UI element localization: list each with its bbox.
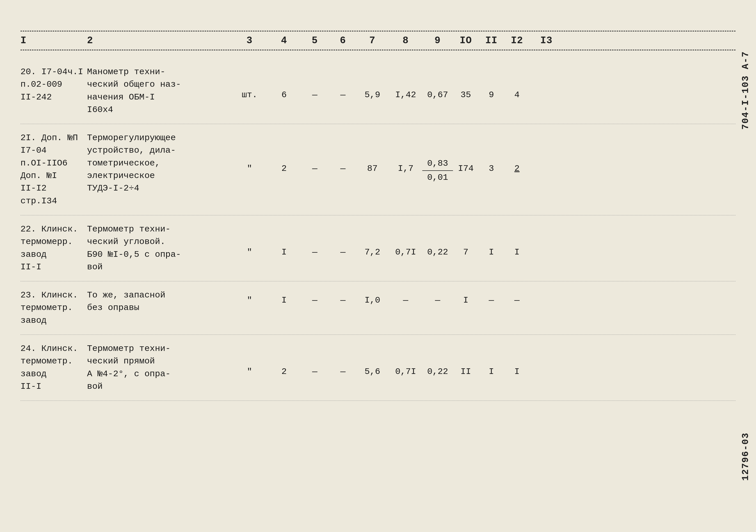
row20-col10: 35 [453, 66, 478, 101]
row23-col2: То же, запаснойбез оправы [87, 289, 230, 314]
row23-col4: I [269, 289, 299, 307]
row20-col2: Манометр техни-ческий общего наз-начения… [87, 66, 230, 116]
row21-col4: 2 [269, 132, 299, 175]
side-label-top: 704-I-103 А-7 [741, 51, 751, 130]
row24-col12: I [504, 342, 530, 378]
row21-col9: 0,83 0,01 [422, 132, 453, 184]
row21-col7: 87 [356, 132, 389, 175]
row22-col8: 0,7I [389, 223, 422, 259]
page: 704-I-103 А-7 12796-03 I 2 3 4 5 6 7 8 9… [0, 0, 756, 532]
row22-col9: 0,22 [422, 223, 453, 259]
row24-col3: " [230, 342, 269, 378]
row24-col5: — [299, 342, 330, 378]
header-col-4: 4 [269, 35, 299, 46]
row20-col12: 4 [504, 66, 530, 101]
row22-col10: 7 [453, 223, 478, 259]
header-col-13: I3 [530, 35, 563, 46]
row24-col2: Термометр техни-ческий прямойА №4-2°, с … [87, 342, 230, 393]
row23-col9: — [422, 289, 453, 307]
row23-col6: — [330, 289, 356, 307]
row22-col1: 22. Клинск.термомерр.заводII-I [20, 223, 87, 273]
row24-col7: 5,6 [356, 342, 389, 378]
header-col-6: 6 [330, 35, 356, 46]
row24-col10: II [453, 342, 478, 378]
row23-col1: 23. Клинск.термометр.завод [20, 289, 87, 327]
header-col-1: I [20, 35, 87, 46]
table-header: I 2 3 4 5 6 7 8 9 IO II I2 I3 [20, 31, 736, 50]
row24-col9: 0,22 [422, 342, 453, 378]
row21-col12: 2 [504, 132, 530, 175]
row23-col7: I,0 [356, 289, 389, 307]
row20-col9: 0,67 [422, 66, 453, 101]
fraction-line [422, 170, 453, 171]
row21-col6: — [330, 132, 356, 175]
row24-col11: I [478, 342, 504, 378]
row23-col12: — [504, 289, 530, 307]
row22-col5: — [299, 223, 330, 259]
row24-col6: — [330, 342, 356, 378]
row21-col1: 2I. Доп. №ПI7-04п.OI-IIO6Доп. №III-I2стр… [20, 132, 87, 207]
row21-col12-underline: 2 [514, 164, 520, 173]
row24-col1: 24. Клинск.термометр.заводII-I [20, 342, 87, 393]
row20-col7: 5,9 [356, 66, 389, 101]
row20-col3: шт. [230, 66, 269, 101]
row22-col7: 7,2 [356, 223, 389, 259]
header-col-11: II [478, 35, 504, 46]
row24-col8: 0,7I [389, 342, 422, 378]
row21-col10: I74 [453, 132, 478, 175]
table-row: 22. Клинск.термомерр.заводII-I Термометр… [20, 215, 736, 281]
row21-col9-top: 0,83 [427, 157, 448, 170]
row21-col5: — [299, 132, 330, 175]
row22-col6: — [330, 223, 356, 259]
row20-col5: — [299, 66, 330, 101]
row23-col10: I [453, 289, 478, 307]
row21-col8: I,7 [389, 132, 422, 175]
row21-col3: " [230, 132, 269, 175]
row23-col11: — [478, 289, 504, 307]
row22-col4: I [269, 223, 299, 259]
row24-col4: 2 [269, 342, 299, 378]
header-col-7: 7 [356, 35, 389, 46]
row22-col2: Термометр техни-ческий угловой.Б90 №I-0,… [87, 223, 230, 273]
row20-col4: 6 [269, 66, 299, 101]
header-col-2: 2 [87, 35, 230, 46]
header-col-3: 3 [230, 35, 269, 46]
row22-col3: " [230, 223, 269, 259]
row23-col8: — [389, 289, 422, 307]
header-col-10: IO [453, 35, 478, 46]
table-row: 24. Клинск.термометр.заводII-I Термометр… [20, 335, 736, 401]
table-row: 23. Клинск.термометр.завод То же, запасн… [20, 281, 736, 335]
row21-col9-bottom: 0,01 [427, 171, 448, 184]
row23-col3: " [230, 289, 269, 307]
row22-col11: I [478, 223, 504, 259]
table-row: 20. I7-04ч.Iп.02-009II-242 Манометр техн… [20, 58, 736, 124]
row21-col11: 3 [478, 132, 504, 175]
header-col-5: 5 [299, 35, 330, 46]
header-col-12: I2 [504, 35, 530, 46]
row21-col2: Терморегулирующееустройство, дила-тометр… [87, 132, 230, 195]
row23-col5: — [299, 289, 330, 307]
header-col-8: 8 [389, 35, 422, 46]
row20-col11: 9 [478, 66, 504, 101]
side-label-bottom: 12796-03 [741, 433, 751, 481]
row20-col6: — [330, 66, 356, 101]
table-row: 2I. Доп. №ПI7-04п.OI-IIO6Доп. №III-I2стр… [20, 124, 736, 215]
row22-col12: I [504, 223, 530, 259]
row20-col1: 20. I7-04ч.Iп.02-009II-242 [20, 66, 87, 104]
header-col-9: 9 [422, 35, 453, 46]
row20-col8: I,42 [389, 66, 422, 101]
